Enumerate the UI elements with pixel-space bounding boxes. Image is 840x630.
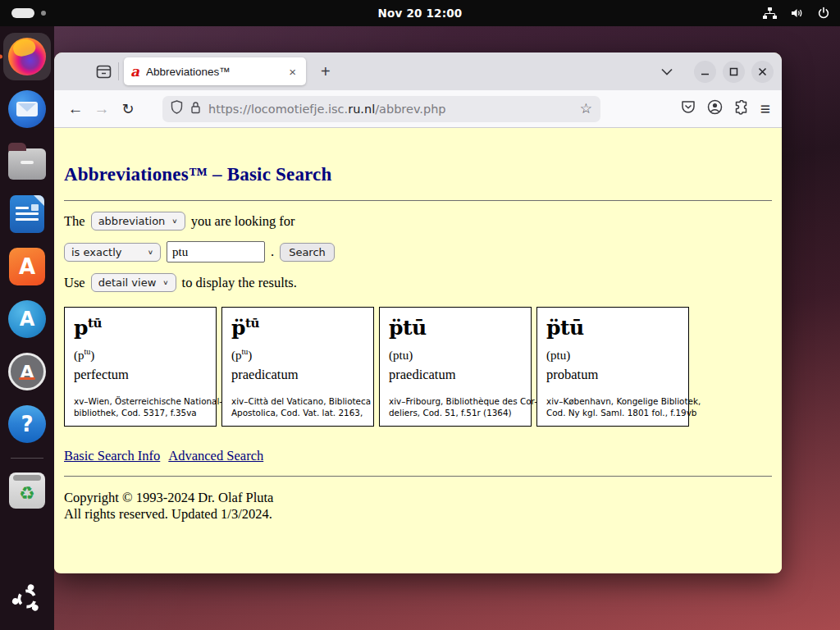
libreoffice-writer-icon — [10, 195, 44, 233]
expanded-word: perfectum — [74, 367, 207, 383]
window-minimize-button[interactable] — [694, 61, 716, 83]
page-footer: Copyright © 1993-2024 Dr. Olaf Pluta All… — [64, 490, 772, 523]
label-dot: . — [271, 244, 274, 260]
thunderbird-icon — [8, 90, 46, 128]
dock-item-firefox[interactable] — [3, 33, 51, 80]
new-tab-button[interactable]: + — [314, 62, 337, 81]
shield-icon[interactable] — [171, 100, 183, 117]
dock-item-software-updater[interactable]: A — [3, 348, 51, 395]
abbreviation-expansion: (ptu) — [74, 347, 207, 363]
form-line-query: is exactly ∨ . Search — [64, 241, 772, 262]
files-icon — [8, 148, 46, 180]
app-center-icon: A — [9, 248, 45, 285]
abbreviation-glyph: ptū — [74, 317, 207, 340]
divider-bottom — [64, 476, 772, 477]
extensions-icon[interactable] — [734, 100, 749, 118]
navigation-toolbar: ← → ↻ https://locomotiefje.isc.ru.nl/abb… — [54, 90, 782, 128]
system-top-bar: Nov 20 12:00 — [0, 0, 840, 26]
power-icon[interactable] — [817, 7, 830, 20]
advanced-search-link[interactable]: Advanced Search — [168, 448, 263, 464]
firefox-icon — [8, 38, 46, 75]
show-apps-button[interactable] — [11, 582, 43, 619]
running-indicator — [0, 55, 2, 59]
forward-button[interactable]: → — [89, 96, 115, 122]
dock-item-help[interactable]: ? — [3, 400, 51, 448]
page-content: Abbreviationes™ – Basic Search The abbre… — [54, 128, 782, 573]
divider-top — [64, 200, 772, 201]
ubuntu-logo-icon — [11, 582, 43, 615]
menu-icon[interactable]: ≡ — [760, 99, 770, 119]
result-card: p̈tū (ptu) praedicatum xiv–Fribourg, Bib… — [379, 307, 532, 427]
volume-icon[interactable] — [790, 7, 804, 20]
firefox-view-button[interactable] — [90, 58, 116, 84]
dock-item-trash[interactable]: ♻ — [3, 467, 51, 514]
dock-item-software-install[interactable]: A — [3, 295, 51, 343]
label-display: to display the results. — [182, 275, 297, 291]
list-all-tabs-button[interactable] — [661, 68, 673, 75]
lock-icon[interactable] — [190, 101, 201, 117]
updated-line: All rights reserved. Updated 1/3/2024. — [64, 506, 772, 523]
dock-item-libreoffice-writer[interactable] — [3, 190, 51, 238]
dock: A A A ? ♻ — [0, 26, 54, 630]
url-bar[interactable]: https://locomotiefje.isc.ru.nl/abbrev.ph… — [162, 96, 600, 122]
window-maximize-button[interactable] — [723, 61, 745, 83]
dock-item-app-center[interactable]: A — [3, 243, 51, 290]
tab-bar: a Abbreviationes™ × + — [54, 52, 782, 90]
software-updater-icon: A — [8, 353, 46, 390]
page-title: Abbreviationes™ – Basic Search — [64, 164, 772, 185]
firefox-window: a Abbreviationes™ × + — [54, 52, 782, 573]
view-select[interactable]: detail view ∨ — [91, 273, 176, 292]
expanded-word: praedicatum — [389, 367, 522, 383]
site-favicon: a — [130, 65, 139, 79]
account-icon[interactable] — [707, 99, 723, 118]
abbreviation-glyph: p̈tū — [389, 317, 522, 340]
dock-item-thunderbird[interactable] — [3, 85, 51, 133]
result-card: ptū (ptu) perfectum xv–Wien, Österreichi… — [64, 307, 217, 427]
tab-separator — [118, 62, 119, 80]
abbreviation-expansion: (ptu) — [546, 347, 679, 363]
result-card: p̈tū (ptu) praedicatum xiv–Città del Vat… — [221, 307, 374, 427]
back-button[interactable]: ← — [62, 96, 89, 122]
result-card: p̈tū (ptu) probatum xiv–København, Konge… — [536, 307, 689, 427]
abbreviation-glyph: p̈tū — [231, 317, 364, 340]
bookmark-star-icon[interactable]: ☆ — [580, 100, 592, 117]
url-text[interactable]: https://locomotiefje.isc.ru.nl/abbrev.ph… — [208, 103, 573, 116]
manuscript-source: xv–Wien, Österreichische National- bibli… — [74, 396, 207, 418]
match-select[interactable]: is exactly ∨ — [64, 243, 161, 262]
abbreviation-expansion: (ptu) — [231, 347, 364, 363]
trash-icon: ♻ — [9, 472, 45, 509]
expanded-word: praedicatum — [231, 367, 364, 383]
desktop: Nov 20 12:00 — [0, 0, 840, 630]
chevron-down-icon: ∨ — [171, 217, 177, 225]
form-line-view: Use detail view ∨ to display the results… — [64, 273, 772, 292]
manuscript-source: xiv–Città del Vaticano, Biblioteca Apost… — [231, 396, 364, 418]
dock-separator — [11, 458, 43, 459]
reload-button[interactable]: ↻ — [115, 96, 141, 122]
query-input[interactable] — [167, 241, 265, 262]
tab-close-button[interactable]: × — [285, 63, 299, 80]
abbreviation-expansion: (ptu) — [389, 347, 522, 363]
dock-item-files[interactable] — [3, 138, 51, 185]
manuscript-source: xiv–København, Kongelige Bibliotek, Cod.… — [546, 396, 679, 418]
subject-select[interactable]: abbreviation ∨ — [91, 212, 185, 231]
pocket-icon[interactable] — [681, 100, 696, 117]
window-close-button[interactable] — [751, 61, 774, 83]
clock[interactable]: Nov 20 12:00 — [0, 7, 840, 20]
manuscript-source: xiv–Fribourg, Bibliothèque des Cor- deli… — [389, 396, 522, 418]
active-tab[interactable]: a Abbreviationes™ × — [124, 57, 306, 85]
form-line-subject: The abbreviation ∨ you are looking for — [64, 212, 772, 231]
label-looking: you are looking for — [191, 213, 295, 230]
network-icon[interactable] — [763, 7, 777, 20]
copyright-line: Copyright © 1993-2024 Dr. Olaf Pluta — [64, 490, 772, 506]
tab-title: Abbreviationes™ — [146, 66, 279, 78]
search-button[interactable]: Search — [280, 243, 335, 262]
links-row: Basic Search Info Advanced Search — [64, 448, 772, 464]
help-icon: ? — [8, 405, 46, 443]
label-use: Use — [64, 275, 85, 291]
basic-search-info-link[interactable]: Basic Search Info — [64, 448, 160, 464]
results-row: ptū (ptu) perfectum xv–Wien, Österreichi… — [64, 307, 772, 427]
label-the: The — [64, 213, 85, 230]
expanded-word: probatum — [546, 367, 679, 383]
chevron-down-icon: ∨ — [162, 279, 168, 286]
chevron-down-icon: ∨ — [148, 249, 153, 256]
